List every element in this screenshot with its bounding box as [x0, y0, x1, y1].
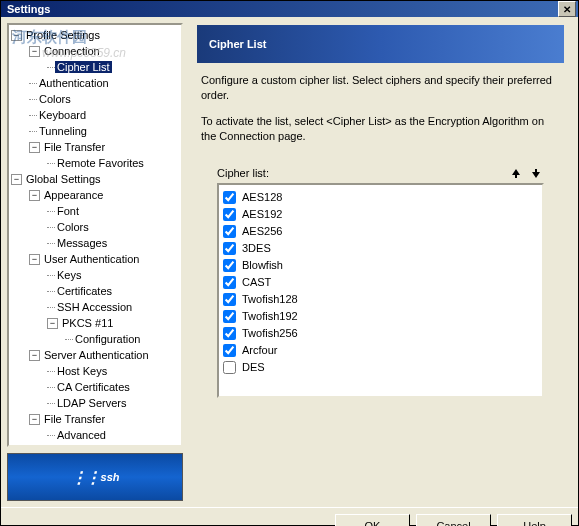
cipher-checkbox[interactable]	[223, 242, 236, 255]
tree-label[interactable]: Server Authentication	[42, 349, 151, 361]
collapse-icon[interactable]: −	[11, 174, 22, 185]
cipher-row[interactable]: Blowfish	[223, 257, 538, 274]
cipher-row[interactable]: 3DES	[223, 240, 538, 257]
cipher-row[interactable]: Twofish192	[223, 308, 538, 325]
tree-label[interactable]: Messages	[55, 237, 109, 249]
tree-item[interactable]: −File Transfer	[11, 139, 179, 155]
tree-item[interactable]: Authentication	[11, 75, 179, 91]
collapse-icon[interactable]: −	[29, 190, 40, 201]
panel-title: Cipher List	[209, 38, 266, 50]
tree-item[interactable]: Configuration	[11, 331, 179, 347]
tree-item[interactable]: Keyboard	[11, 107, 179, 123]
description-2: To activate the list, select <Cipher Lis…	[197, 114, 564, 145]
titlebar[interactable]: Settings ✕	[1, 1, 578, 17]
tree-item[interactable]: −Global Settings	[11, 171, 179, 187]
tree-label[interactable]: Host Keys	[55, 365, 109, 377]
content-area: −Profile Settings−ConnectionCipher ListA…	[1, 17, 578, 507]
tree-label[interactable]: File Transfer	[42, 413, 107, 425]
tree-item[interactable]: Tunneling	[11, 123, 179, 139]
collapse-icon[interactable]: −	[29, 46, 40, 57]
move-up-button[interactable]	[508, 165, 524, 181]
tree-item[interactable]: −File Transfer	[11, 411, 179, 427]
tree-label[interactable]: Global Settings	[24, 173, 103, 185]
tree-label[interactable]: User Authentication	[42, 253, 141, 265]
tree-label[interactable]: Authentication	[37, 77, 111, 89]
cipher-checkbox[interactable]	[223, 327, 236, 340]
tree-label[interactable]: CA Certificates	[55, 381, 132, 393]
cipher-checkbox[interactable]	[223, 276, 236, 289]
move-down-button[interactable]	[528, 165, 544, 181]
collapse-icon[interactable]: −	[29, 414, 40, 425]
tree-item[interactable]: −User Authentication	[11, 251, 179, 267]
right-panel: Cipher List Configure a custom cipher li…	[189, 23, 572, 501]
tree-label[interactable]: Cipher List	[55, 61, 112, 73]
tree-item[interactable]: Colors	[11, 219, 179, 235]
tree-item[interactable]: SSH Accession	[11, 299, 179, 315]
tree-label[interactable]: Certificates	[55, 285, 114, 297]
cipher-row[interactable]: AES128	[223, 189, 538, 206]
tree-label[interactable]: Keys	[55, 269, 83, 281]
tree-item[interactable]: Keys	[11, 267, 179, 283]
tree-item[interactable]: LDAP Servers	[11, 395, 179, 411]
tree-label[interactable]: Tunneling	[37, 125, 89, 137]
tree-label[interactable]: File Transfer	[42, 141, 107, 153]
close-button[interactable]: ✕	[558, 1, 576, 17]
tree-label[interactable]: Connection	[42, 45, 102, 57]
ok-button[interactable]: OK	[335, 514, 410, 526]
cipher-row[interactable]: CAST	[223, 274, 538, 291]
cipher-checkbox[interactable]	[223, 361, 236, 374]
cipher-row[interactable]: Twofish256	[223, 325, 538, 342]
cipher-checkbox[interactable]	[223, 344, 236, 357]
cipher-row[interactable]: AES192	[223, 206, 538, 223]
tree-item[interactable]: Remote Favorites	[11, 155, 179, 171]
tree-item[interactable]: −Server Authentication	[11, 347, 179, 363]
tree-item[interactable]: Messages	[11, 235, 179, 251]
cancel-button[interactable]: Cancel	[416, 514, 491, 526]
tree-label[interactable]: Profile Settings	[24, 29, 102, 41]
cipher-row[interactable]: AES256	[223, 223, 538, 240]
tree-label[interactable]: Remote Favorites	[55, 157, 146, 169]
tree-label[interactable]: Appearance	[42, 189, 105, 201]
collapse-icon[interactable]: −	[29, 254, 40, 265]
tree-item[interactable]: −Profile Settings	[11, 27, 179, 43]
collapse-icon[interactable]: −	[11, 30, 22, 41]
tree-label[interactable]: Colors	[55, 221, 91, 233]
cipher-checkbox[interactable]	[223, 259, 236, 272]
tree-item[interactable]: −Appearance	[11, 187, 179, 203]
help-button[interactable]: Help	[497, 514, 572, 526]
tree-label[interactable]: Advanced	[55, 429, 108, 441]
tree-item[interactable]: CA Certificates	[11, 379, 179, 395]
tree-item[interactable]: −PKCS #11	[11, 315, 179, 331]
tree-item[interactable]: Font	[11, 203, 179, 219]
arrow-up-icon	[511, 168, 521, 178]
tree-label[interactable]: Colors	[37, 93, 73, 105]
collapse-icon[interactable]: −	[47, 318, 58, 329]
tree-label[interactable]: Font	[55, 205, 81, 217]
cipher-row[interactable]: Arcfour	[223, 342, 538, 359]
tree-label[interactable]: PKCS #11	[60, 317, 115, 329]
collapse-icon[interactable]: −	[29, 142, 40, 153]
tree-label[interactable]: Configuration	[73, 333, 142, 345]
tree-item[interactable]: Host Keys	[11, 363, 179, 379]
cipher-checkbox[interactable]	[223, 293, 236, 306]
settings-tree[interactable]: −Profile Settings−ConnectionCipher ListA…	[7, 23, 183, 447]
tree-item[interactable]: Colors	[11, 91, 179, 107]
tree-item[interactable]: Certificates	[11, 283, 179, 299]
tree-item[interactable]: −Connection	[11, 43, 179, 59]
cipher-row[interactable]: Twofish128	[223, 291, 538, 308]
tree-item[interactable]: Cipher List	[11, 59, 179, 75]
left-column: −Profile Settings−ConnectionCipher ListA…	[7, 23, 183, 501]
cipher-checkbox[interactable]	[223, 310, 236, 323]
tree-label[interactable]: Keyboard	[37, 109, 88, 121]
cipher-checkbox[interactable]	[223, 225, 236, 238]
cipher-checkbox[interactable]	[223, 208, 236, 221]
collapse-icon[interactable]: −	[29, 350, 40, 361]
logo-dots-icon: ⋮⋮	[71, 468, 99, 487]
tree-item[interactable]: Advanced	[11, 427, 179, 443]
tree-label[interactable]: LDAP Servers	[55, 397, 129, 409]
cipher-checkbox[interactable]	[223, 191, 236, 204]
tree-label[interactable]: SSH Accession	[55, 301, 134, 313]
cipher-row[interactable]: DES	[223, 359, 538, 376]
settings-window: Settings ✕ −Profile Settings−ConnectionC…	[0, 0, 579, 526]
cipher-list-box[interactable]: AES128AES192AES2563DESBlowfishCASTTwofis…	[217, 183, 544, 398]
